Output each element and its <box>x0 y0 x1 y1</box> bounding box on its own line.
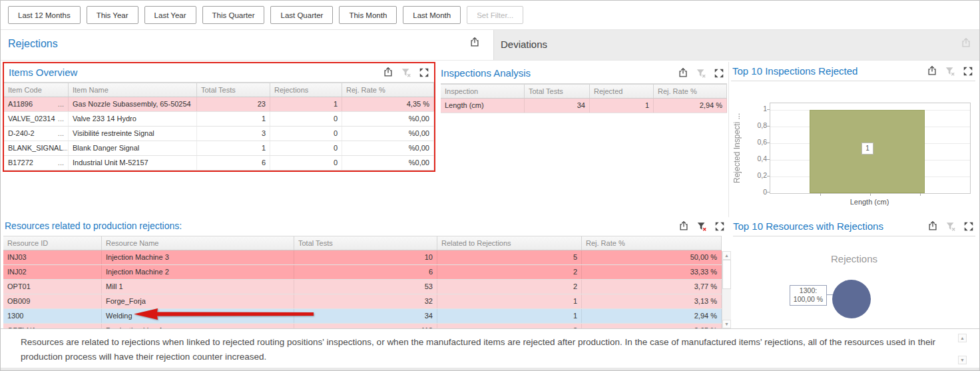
related-to-rejections: 3 <box>437 324 582 328</box>
table-row[interactable]: Length (cm) 34 1 2,94 % <box>441 99 727 113</box>
column-header[interactable]: Item Name <box>69 83 197 97</box>
export-icon[interactable] <box>961 38 971 49</box>
panel-toolbar <box>678 68 724 79</box>
inspection-name: Length (cm) <box>441 99 525 113</box>
filter-button-last-month[interactable]: Last Month <box>403 6 461 24</box>
rej-rate: 33,33 % <box>582 265 722 279</box>
pie-slice-1300[interactable] <box>832 280 871 318</box>
column-header[interactable]: Rej. Rate % <box>654 85 727 98</box>
top10-inspections-title: Top 10 Inspections Rejected <box>732 65 858 77</box>
filter-button-this-month[interactable]: This Month <box>339 6 397 24</box>
resource-id: INJ02 <box>3 265 102 279</box>
y-tick-label: 1 <box>746 105 767 113</box>
table-row[interactable]: INJ02 Injection Machine 2 6 2 33,33 % <box>3 265 722 280</box>
scrollbar-thumb[interactable] <box>722 260 731 289</box>
resource-name: Injection Machine 3 <box>102 250 294 264</box>
vertical-scrollbar[interactable]: ▲ ▼ <box>722 251 731 328</box>
column-header[interactable]: Rejected <box>590 85 654 98</box>
table-row[interactable]: INJ03 Injection Machine 3 10 5 50,00 % <box>3 250 722 265</box>
table-row[interactable]: BLANK_SIGNAL... Blank Danger Signal 1 0 … <box>4 141 434 156</box>
column-header[interactable]: Total Tests <box>525 85 590 98</box>
resources-panel: Resources related to production rejectio… <box>3 217 731 328</box>
filter-button-this-quarter[interactable]: This Quarter <box>202 6 265 24</box>
pie-chart-title: Rejections <box>733 253 975 264</box>
tab-rejections[interactable]: Rejections <box>8 38 58 50</box>
set-filter-button[interactable]: Set Filter... <box>467 6 523 24</box>
column-header[interactable]: Related to Rejections <box>437 236 582 250</box>
top10-resources-title: Top 10 Resources with Rejections <box>733 220 883 232</box>
scroll-down-button[interactable]: ▼ <box>958 356 967 364</box>
resource-id: OPTLN1 <box>3 324 102 328</box>
tab-deviations-label: Deviations <box>501 39 547 50</box>
clear-filter-icon[interactable] <box>401 67 411 78</box>
clear-filter-icon[interactable] <box>945 221 956 232</box>
column-header[interactable]: Rejections <box>270 83 342 97</box>
related-to-rejections: 2 <box>437 280 582 294</box>
expand-icon[interactable] <box>419 67 429 78</box>
tab-deviations[interactable]: Deviations <box>493 30 979 60</box>
export-icon[interactable] <box>678 68 688 79</box>
y-tick-label: 0,4 <box>746 155 767 163</box>
export-icon[interactable] <box>678 221 689 232</box>
related-to-rejections: 1 <box>437 309 582 323</box>
expand-icon[interactable] <box>963 66 973 77</box>
filter-button-last-year[interactable]: Last Year <box>144 6 196 24</box>
truncation-ellipsis: ... <box>58 127 64 141</box>
column-header[interactable]: Inspection <box>441 85 525 98</box>
expand-icon[interactable] <box>963 221 974 232</box>
filter-button-last-12-months[interactable]: Last 12 Months <box>8 6 81 24</box>
export-icon[interactable] <box>383 67 393 78</box>
column-header[interactable]: Resource ID <box>3 236 102 250</box>
column-header[interactable]: Item Code <box>4 83 69 97</box>
clear-filter-icon-active[interactable] <box>696 221 707 232</box>
top10-resources-panel: Top 10 Resources with Rejections Rejecti… <box>733 217 975 328</box>
table-row[interactable]: D-240-2... Visibilité restreinte Signal … <box>4 127 434 141</box>
table-row-selected[interactable]: 1300 Welding 34 1 2,94 % <box>3 309 722 324</box>
clear-filter-icon[interactable] <box>945 66 955 77</box>
rej-rate: 2,94 % <box>582 309 722 323</box>
rej-rate: 50,00 % <box>582 250 722 264</box>
total-tests: 1 <box>197 112 270 126</box>
table-row[interactable]: B17272... Industrial Unit M-52157 6 0 %0… <box>4 156 434 171</box>
scroll-up-button[interactable]: ▲ <box>722 251 731 260</box>
column-header[interactable]: Rej. Rate % <box>582 236 722 250</box>
export-icon[interactable] <box>469 37 480 48</box>
expand-icon[interactable] <box>714 221 725 232</box>
scroll-up-button[interactable]: ▲ <box>958 334 967 342</box>
total-tests: 3 <box>197 127 270 141</box>
rej-rate: 2,94 % <box>654 99 727 113</box>
related-to-rejections: 5 <box>437 250 582 264</box>
clear-filter-icon[interactable] <box>696 68 706 79</box>
column-header[interactable]: Rej. Rate % <box>342 83 434 97</box>
column-header[interactable]: Total Tests <box>197 83 270 97</box>
inspections-analysis-panel: Inspections Analysis Inspection Total Te… <box>441 64 727 113</box>
export-icon[interactable] <box>927 66 937 77</box>
annotation-arrow <box>132 307 319 321</box>
rej-rate: %0,00 <box>342 112 434 126</box>
scroll-down-button[interactable]: ▼ <box>722 320 731 328</box>
item-name: Industrial Unit M-52157 <box>69 156 197 170</box>
callout-resource-id: 1300: <box>790 286 826 295</box>
rejections: 0 <box>270 141 342 155</box>
truncation-ellipsis: ... <box>58 112 64 126</box>
table-row[interactable]: OB009 Forge_Forja 32 1 3,13 % <box>3 294 722 309</box>
rejections: 1 <box>270 97 342 111</box>
footer-note-area: Resources are related to rejections when… <box>1 328 979 369</box>
filter-button-last-quarter[interactable]: Last Quarter <box>270 6 333 24</box>
export-icon[interactable] <box>927 221 938 232</box>
column-header[interactable]: Resource Name <box>102 236 294 250</box>
table-row[interactable]: VALVE_02314... Valve 233 14 Hydro 1 0 %0… <box>4 112 434 127</box>
filter-bar: Last 12 Months This Year Last Year This … <box>1 1 979 30</box>
expand-icon[interactable] <box>714 68 724 79</box>
column-header[interactable]: Total Tests <box>294 236 437 250</box>
table-row[interactable]: OPTLN1 Production Line 1 113 3 2,65 % <box>3 324 722 328</box>
plot-area: 1 <box>770 103 971 194</box>
item-code: B17272 <box>8 156 33 170</box>
resource-name: Forge_Forja <box>102 294 294 308</box>
item-name: Visibilité restreinte Signal <box>69 127 197 141</box>
filter-button-this-year[interactable]: This Year <box>87 6 138 24</box>
table-row[interactable]: OPT01 Mill 1 53 2 3,77 % <box>3 280 722 294</box>
dashboard-page: Last 12 Months This Year Last Year This … <box>0 0 980 371</box>
table-row[interactable]: A11896... Gas Nozzle Subassembly, 65-502… <box>4 97 434 112</box>
rejected: 1 <box>590 99 654 113</box>
